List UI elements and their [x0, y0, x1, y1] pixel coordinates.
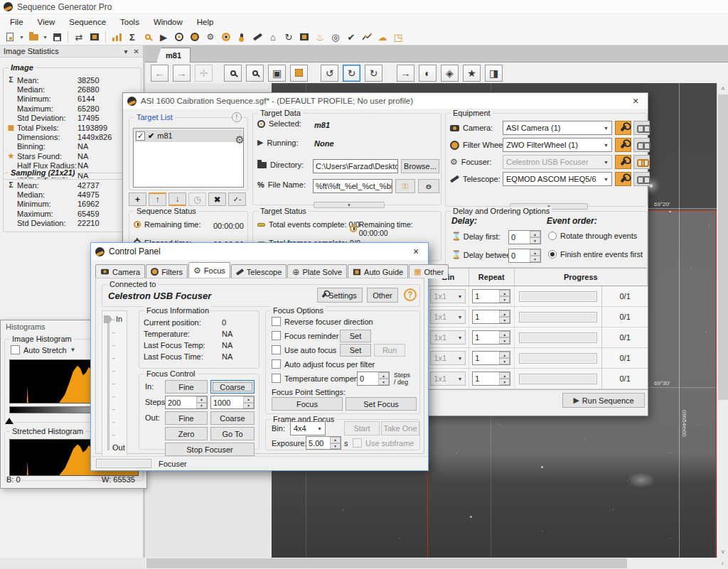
help-icon[interactable]: ?: [404, 288, 417, 301]
image-tab-m81[interactable]: m81: [156, 48, 191, 63]
framing-wizard-icon[interactable]: ◳: [391, 31, 405, 44]
filename-key-button[interactable]: ⚿: [395, 179, 415, 193]
crosshair-icon[interactable]: ◈: [441, 65, 459, 82]
out-coarse-button[interactable]: Coarse: [210, 411, 255, 425]
reminder-set-button[interactable]: Set: [340, 330, 371, 342]
delay-between-spinner[interactable]: 0▲▼: [508, 249, 541, 263]
telescope-select[interactable]: EQMOD ASCOM HEQ5/6▼: [503, 172, 612, 186]
event-repeat-spinner[interactable]: 1▲▼: [472, 310, 510, 324]
slider-thumb[interactable]: [104, 315, 112, 323]
temp-compensate-spinner[interactable]: 0▲▼: [357, 372, 390, 386]
filename-preview-button[interactable]: ꙫ: [418, 179, 439, 193]
tab-telescope[interactable]: Telescope: [231, 264, 287, 278]
auto-stretch-caret-icon[interactable]: ▼: [70, 347, 76, 353]
weather-safety-icon[interactable]: ☁: [375, 31, 390, 44]
take-one-button[interactable]: Take One: [381, 421, 419, 435]
tab-plate-solve[interactable]: ⊕Plate Solve: [287, 264, 347, 278]
menu-help[interactable]: Help: [190, 16, 221, 28]
auto-refresh-icon[interactable]: ↻: [365, 65, 382, 82]
save-sequence-icon[interactable]: [50, 31, 64, 44]
screen-capture-icon[interactable]: [87, 31, 102, 44]
move-target-bottom-button[interactable]: ↓: [168, 193, 186, 206]
new-sequence-icon[interactable]: [3, 31, 17, 44]
filename-input[interactable]: %ft\%ft_%el_%ct_%bi_%su_%: [313, 179, 392, 193]
in-fine-button[interactable]: Fine: [165, 380, 208, 394]
target-settings-gear-icon[interactable]: ⚙: [235, 134, 245, 146]
target-list-item[interactable]: ✓ ✔ m81: [134, 129, 242, 142]
shuffle-events-icon[interactable]: ⇄: [72, 31, 86, 44]
black-point-slider[interactable]: [5, 418, 14, 424]
bin-select[interactable]: 4x4▼: [290, 421, 326, 435]
flat-panel-icon[interactable]: [297, 31, 311, 44]
camera-connect-button[interactable]: [633, 121, 650, 135]
autofocus-run-button[interactable]: Run: [374, 344, 405, 357]
target-checkbox[interactable]: ✓: [136, 131, 145, 141]
camera-select[interactable]: ASI Camera (1)▼: [503, 121, 612, 135]
use-autofocus-checkbox[interactable]: [272, 345, 281, 354]
out-fine-button[interactable]: Fine: [165, 411, 208, 425]
run-sequence-button[interactable]: ▶ Run Sequence: [562, 393, 645, 408]
scroll-down-icon[interactable]: ˅: [717, 546, 728, 558]
slider-track[interactable]: [107, 318, 109, 450]
goto-button[interactable]: Go To: [210, 427, 255, 440]
control-panel-close-icon[interactable]: ×: [408, 246, 424, 257]
rotator-icon[interactable]: ↻: [282, 31, 296, 44]
filter-wheel-select[interactable]: ZWO FilterWheel (1)▼: [503, 138, 612, 152]
filter-wheel-settings-button[interactable]: [615, 138, 631, 152]
telescope-connect-button[interactable]: [633, 172, 650, 186]
event-bin-select[interactable]: 1x1▼: [430, 351, 466, 365]
cleanup-tool-icon[interactable]: [250, 31, 264, 44]
scroll-up-icon[interactable]: ˄: [717, 83, 728, 94]
checklist-icon[interactable]: ✔: [344, 31, 358, 44]
event-repeat-spinner[interactable]: 1▲▼: [472, 289, 510, 303]
steps-coarse-spinner[interactable]: 1000▲▼: [210, 396, 255, 409]
focuser-other-button[interactable]: Other: [367, 288, 398, 303]
browse-button[interactable]: Browse...: [401, 159, 439, 173]
start-button[interactable]: Start: [344, 421, 380, 435]
focuser-settings-button[interactable]: Settings: [317, 288, 363, 303]
steps-fine-spinner[interactable]: 200▲▼: [165, 396, 208, 409]
focus-reminder-checkbox[interactable]: [272, 331, 281, 340]
vertical-scrollbar[interactable]: ˄ ˅: [717, 83, 728, 558]
in-coarse-button[interactable]: Coarse: [210, 380, 255, 394]
pixel-stretch-icon[interactable]: →: [397, 65, 414, 82]
menu-window[interactable]: Window: [146, 16, 190, 28]
center-target-icon[interactable]: ◎: [328, 31, 343, 44]
info-icon[interactable]: !: [232, 112, 242, 122]
focuser-settings-button[interactable]: [615, 155, 631, 169]
uncheck-events-button[interactable]: ✓-: [228, 193, 246, 206]
tab-auto-guide[interactable]: Auto Guide: [348, 264, 408, 278]
menu-view[interactable]: View: [31, 16, 63, 28]
open-sequence-caret-icon[interactable]: ▾: [42, 31, 48, 44]
temperature-icon[interactable]: [235, 31, 249, 44]
event-bin-select[interactable]: 1x1▼: [430, 330, 466, 345]
observatory-dome-icon[interactable]: ⌂: [266, 31, 280, 44]
event-repeat-spinner[interactable]: 1▲▼: [472, 372, 510, 386]
filter-wheel-icon[interactable]: [188, 31, 202, 44]
auto-stretch-checkbox[interactable]: [11, 345, 20, 354]
horizontal-scroll-thumb[interactable]: [146, 558, 627, 568]
event-repeat-spinner[interactable]: 1▲▼: [472, 351, 510, 365]
focus-button[interactable]: Focus: [272, 397, 343, 411]
tab-focus[interactable]: ⚙Focus: [188, 262, 230, 278]
directory-input[interactable]: C:\Users\Farzad\Desktop\B: [313, 159, 398, 173]
zoom-fit-icon[interactable]: ▣: [268, 65, 286, 82]
tab-other[interactable]: ▦Other: [409, 264, 449, 278]
set-focus-button[interactable]: Set Focus: [346, 397, 417, 411]
histogram-icon[interactable]: [109, 31, 124, 44]
adjust-per-filter-checkbox[interactable]: [272, 359, 281, 369]
use-subframe-checkbox[interactable]: [353, 438, 362, 448]
tab-filters[interactable]: Filters: [146, 264, 188, 278]
target-list-box[interactable]: ✓ ✔ m81: [133, 128, 244, 188]
filter-wheel-connect-button[interactable]: [633, 138, 650, 152]
camera-controls-icon[interactable]: [172, 31, 186, 44]
finish-events-radio[interactable]: [548, 250, 557, 259]
move-target-top-button[interactable]: ↑: [149, 193, 166, 206]
delete-target-button[interactable]: ✖: [208, 193, 226, 206]
exposure-spinner[interactable]: 5.00▲▼: [306, 436, 341, 450]
vertical-scroll-thumb[interactable]: [718, 94, 728, 400]
telescope-mount-icon[interactable]: [219, 31, 233, 44]
find-stars-icon[interactable]: [141, 31, 155, 44]
target-data-collapse[interactable]: ▼: [314, 202, 385, 208]
rotate-events-radio[interactable]: [548, 232, 557, 240]
